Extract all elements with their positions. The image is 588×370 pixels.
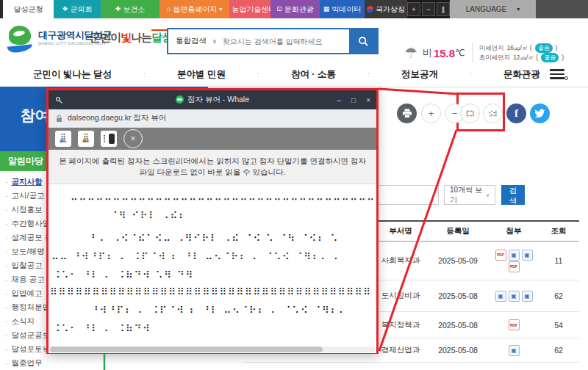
health-cross-icon: ✚ <box>115 6 121 12</box>
topbar-tab-7[interactable]: 국가상징 <box>365 0 407 18</box>
home-icon: ⌂ <box>167 6 171 12</box>
text-larger-button[interactable]: + <box>407 2 420 16</box>
ultrafine-dust-row: 초미세먼지 12㎍/㎥ ( 좋음 ) <box>479 53 564 62</box>
caret-down-icon: ▾ <box>517 6 520 12</box>
sidebar-item-label: 공지사항 <box>12 177 43 187</box>
scrollbar-thumb[interactable] <box>50 347 323 352</box>
braille-line: ⠘⠺⠘⠏⠆ ⠄ ⠨⠏⠈⠺ ⠆ ⠘⠇ ⠤⠢⠈⠗⠆ ⠄ ⠈⠡⠪ ⠈⠻⠆⠄ <box>91 305 376 319</box>
topbar-tab-dalseong-office[interactable]: 달성군청 <box>0 0 54 18</box>
address-bar[interactable]: dalseong.daegu.kr 점자 뷰어 <box>49 109 376 128</box>
row-views: 11 <box>538 256 579 265</box>
topbar-tab-4[interactable]: ✿농업기술센터 <box>229 0 270 18</box>
nav-separator: : <box>257 70 259 79</box>
braille-content: ⠒⠒⠒⠒⠒⠒⠒⠒⠒⠒⠒⠒⠒⠒⠒⠒⠒⠒⠒⠒⠒⠒⠒⠒⠒⠒⠒⠒⠒⠒⠒⠒⠒⠒⠒⠒⠗⠈⠻ … <box>49 184 376 353</box>
window-controls: – □ × <box>337 90 370 109</box>
sidebar-item-label: 보도/해명 <box>12 247 45 257</box>
nav-item-3[interactable]: 참여 · 소통 <box>291 68 336 81</box>
close-button[interactable]: × <box>366 96 370 104</box>
nav-separator: : <box>368 70 370 79</box>
window-title: 점자 뷰어 - Whale <box>49 95 376 105</box>
topbar-tab-3[interactable]: ⌂읍면홈페이지▾ <box>159 0 229 18</box>
page-size-select[interactable]: 10개씩 보기 ∨ <box>444 185 495 205</box>
topbar-tab-label: 문화관광 <box>284 4 314 15</box>
page: { "topbar": { "home_tab": "달성군청", "tabs"… <box>0 0 588 370</box>
braille-viewer-button[interactable]: ⣪⣺ <box>483 104 503 123</box>
horizontal-scrollbar[interactable] <box>50 347 375 352</box>
bullet-icon: · <box>5 220 8 228</box>
camera-icon: ⊡ <box>276 6 282 12</box>
bullet-icon: · <box>5 178 8 186</box>
bullet-icon: · <box>5 192 8 200</box>
caret-down-icon: ∨ <box>486 192 490 198</box>
dalseong-logo-icon[interactable] <box>7 26 32 52</box>
attachment-doc-icon[interactable]: ▣ <box>509 345 520 356</box>
maximize-button[interactable]: □ <box>351 96 356 104</box>
row-date: 2025-05-08 <box>426 321 490 330</box>
row-views: 54 <box>538 321 579 330</box>
zoom-in-button[interactable]: + <box>421 104 441 123</box>
braille-download-button[interactable]: ⣏⣹ <box>460 104 480 123</box>
search-input[interactable] <box>221 37 349 46</box>
window-title-bar[interactable]: 점자 뷰어 - Whale – □ × <box>49 90 376 109</box>
close-viewer-button[interactable]: × <box>123 129 143 148</box>
dust-info: 미세먼지 16㎍/㎥ ( 좋음 ) 초미세먼지 12㎍/㎥ ( 좋음 ) <box>479 43 564 62</box>
nav-item-1[interactable]: 군민이 빛나는 달성 <box>33 68 112 81</box>
twitter-share-button[interactable] <box>530 104 550 123</box>
nav-item-5[interactable]: 문화관광 <box>503 68 540 81</box>
bigdata-monitor-icon: ▦ <box>323 6 330 12</box>
viewer-notice: 본 페이지에 출력된 점자는 스크린리더에서는 읽히지 않고 점자 단말기를 연… <box>49 150 376 184</box>
braille-line: ⠿⠿⠿⠿⠿⠿⠿⠿⠿⠿⠿⠿⠿⠿⠿⠿⠿⠿⠿⠿⠿⠿⠿⠿⠿⠿⠿⠿⠿⠿⠿⠿⠿⠿⠿⠿⠿⠿ <box>50 286 376 300</box>
bullet-icon: · <box>5 359 8 368</box>
topbar-tab-2[interactable]: ✚보건소 <box>101 0 159 18</box>
whale-browser-icon <box>176 95 184 104</box>
print-button[interactable] <box>397 104 417 123</box>
sidebar-item-label: 달성군공보 <box>12 330 51 341</box>
braille-line: ⠨⠡⠂ ⠘⠇ ⠄ ⠨⠷⠙⠺ ⠡⠻ ⠙⠻ <box>53 269 376 283</box>
temperature-value: 15.8 <box>434 47 455 59</box>
sidebar-item-label: 채용 공고 <box>12 275 45 285</box>
topbar-tab-label: 달성군청 <box>14 4 43 15</box>
attachment-doc-icon[interactable]: ▣ <box>509 291 520 302</box>
caret-down-icon: ∨ <box>212 38 217 45</box>
site-header: 대구광역시달성군 DAEGU CITY DALSEONG GUN 군민이빛나는달… <box>0 18 588 62</box>
table-row: 2025 - 2025년 경남통신사낙후가간 시공사업 안내정보통신과2025-… <box>243 363 579 370</box>
text-smaller-button[interactable]: − <box>422 2 435 16</box>
bullet-icon: · <box>5 275 8 284</box>
bullet-icon: · <box>5 206 8 214</box>
topbar-tab-label: 읍면홈페이지 <box>173 4 217 15</box>
text-size-controls: +−∥ <box>407 0 450 18</box>
braille-dots-icon: ⡇ <box>103 135 108 142</box>
attachment-doc-icon[interactable]: ▣ <box>522 250 533 261</box>
language-selector[interactable]: LANGUAGE ▾ <box>450 0 536 18</box>
nav-items: 군민이 빛나는 달성:분야별 민원:참여 · 소통:정보공개:문화관광 <box>33 62 540 86</box>
sidebar-item[interactable]: ·월중업무 <box>0 356 110 370</box>
attachment-doc-icon[interactable]: ▣ <box>495 291 506 302</box>
fine-dust-row: 미세먼지 16㎍/㎥ ( 좋음 ) <box>479 43 564 53</box>
search-category-select[interactable]: 통합검색 ∨ <box>168 36 221 46</box>
nav-item-4[interactable]: 정보공개 <box>401 68 438 81</box>
search-button[interactable] <box>349 29 377 53</box>
column-header: 첨부 <box>490 226 538 236</box>
divider <box>472 43 473 62</box>
topbar-tab-1[interactable]: ❖군의회 <box>54 0 101 18</box>
site-search: 통합검색 ∨ <box>167 28 379 54</box>
board-search-button[interactable]: 검색 <box>501 185 525 205</box>
topbar-tab-5[interactable]: ⊡문화관광 <box>270 0 320 18</box>
row-department: 경제산업과 <box>375 345 426 355</box>
attachment-doc-icon[interactable]: ▣ <box>522 291 533 302</box>
attachment-doc-icon[interactable]: ▣ <box>509 250 520 261</box>
text-pause-button[interactable]: ∥ <box>437 2 450 16</box>
all-menu-button[interactable] <box>550 69 564 80</box>
braille-brf-button[interactable]: ⠿ BRF <box>78 131 94 147</box>
nav-item-2[interactable]: 분야별 민원 <box>177 68 226 81</box>
braille-display-toggle-button[interactable]: ⡇ <box>101 131 117 147</box>
facebook-share-button[interactable]: f <box>506 104 526 123</box>
topbar-tab-6[interactable]: ▦빅데이터 <box>320 0 365 18</box>
attachment-pdf-icon[interactable]: PDF <box>509 261 520 272</box>
attachment-pdf-icon[interactable]: PDF <box>509 319 520 330</box>
braille-line: ⠃⠄ ⠠⠪⠈⠮⠁⠪⠤ ⠠⠻⠊⠗⠇ ⠠⠮ ⠈⠪ ⠡ ⠈⠳ ⠈⠪⠆ ⠡ <box>91 233 376 247</box>
braille-brl-button[interactable]: ⠿ BRL <box>55 131 71 147</box>
minimize-button[interactable]: – <box>337 96 342 104</box>
topbar-tab-label: 보건소 <box>123 4 145 15</box>
attachment-pdf-icon[interactable]: PDF <box>495 250 506 261</box>
